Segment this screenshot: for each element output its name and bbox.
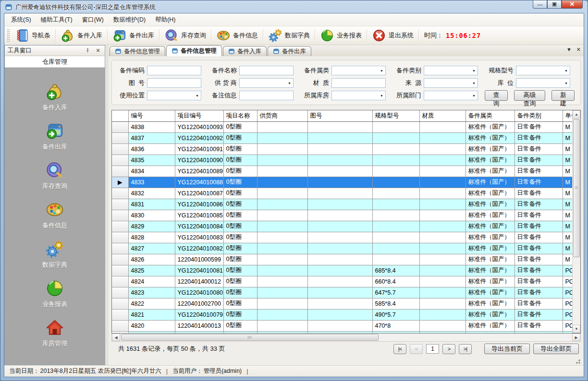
- tab-spare-in[interactable]: 备件入库: [223, 46, 267, 56]
- row-selector[interactable]: [112, 254, 128, 265]
- column-header-0[interactable]: 编号: [128, 110, 175, 121]
- table-row[interactable]: 4830YG122040100850型圈标准件（国产）日常备件M: [112, 210, 581, 221]
- toolbar-button-spare-info[interactable]: 备件信息: [213, 27, 261, 44]
- table-row[interactable]: 4821YG122040100790型圈490*5.7标准件（国产）日常备件PC: [112, 309, 581, 320]
- search-combo-r2-0[interactable]: ▼: [147, 91, 201, 100]
- column-header-1[interactable]: 项目编号: [175, 110, 223, 121]
- menu-item-0[interactable]: 系统(S): [6, 14, 36, 26]
- row-selector[interactable]: [112, 199, 128, 210]
- last-page-button[interactable]: >|: [459, 344, 472, 354]
- hscroll-thumb[interactable]: [121, 334, 379, 341]
- menu-item-3[interactable]: 数据维护(D): [109, 14, 150, 26]
- column-header-4[interactable]: 图号: [307, 110, 372, 121]
- menu-item-1[interactable]: 辅助工具(T): [36, 14, 77, 26]
- column-header-5[interactable]: 规格型号: [372, 110, 419, 121]
- row-selector[interactable]: [112, 243, 128, 254]
- toolbar-drag-handle[interactable]: [7, 29, 10, 42]
- sidebar-item-data-dictionary[interactable]: 数据字典: [42, 239, 67, 269]
- table-row[interactable]: 4828YG122040100830型圈标准件（国产）日常备件M: [112, 232, 581, 243]
- table-row[interactable]: 4825YG122040100810型圈685*8.4标准件（国产）日常备件PC: [112, 265, 581, 276]
- column-header-2[interactable]: 项目名称: [223, 110, 257, 121]
- new-button[interactable]: 新建: [551, 90, 575, 101]
- table-row[interactable]: ▶4833YG122040100880型圈标准件（国产）日常备件M: [112, 177, 581, 188]
- column-header-3[interactable]: 供货商: [257, 110, 307, 121]
- dock-close-icon[interactable]: ✕: [94, 47, 102, 55]
- row-selector[interactable]: [112, 221, 128, 232]
- dock-splitter[interactable]: [105, 45, 109, 365]
- search-input-r1-0[interactable]: [147, 78, 201, 88]
- search-combo-r0-4[interactable]: ▼: [516, 66, 570, 75]
- pin-icon[interactable]: [84, 47, 91, 55]
- search-combo-r0-2[interactable]: ▼: [331, 66, 386, 75]
- column-header-7[interactable]: 备件属类: [466, 110, 514, 121]
- table-row[interactable]: 4837YG122040100920型圈标准件（国产）日常备件M: [112, 132, 581, 143]
- export-all-pages-button[interactable]: 导出全部页: [533, 344, 579, 354]
- search-combo-r1-3[interactable]: ▼: [424, 78, 478, 88]
- sidebar-item-warehouse-mgmt[interactable]: 库房管理: [42, 318, 67, 348]
- sidebar-item-spare-in[interactable]: 备件入库: [42, 82, 67, 112]
- minimize-button[interactable]: —: [533, 0, 547, 9]
- row-selector-arrow[interactable]: ▶: [112, 177, 128, 188]
- toolbar-button-spare-in[interactable]: 备件入库: [57, 27, 106, 44]
- next-page-button[interactable]: >: [442, 344, 455, 354]
- toolbar-button-spare-out[interactable]: 备件出库: [109, 27, 158, 44]
- table-row[interactable]: 4829YG122040100840型圈标准件（国产）日常备件M: [112, 221, 581, 232]
- table-row[interactable]: 482212204010027000型圈585*8.4标准件（国产）日常备件PC: [112, 298, 581, 309]
- vertical-scrollbar[interactable]: ▲ ▼: [572, 110, 580, 333]
- sidebar-item-spare-out[interactable]: 备件出库: [42, 121, 67, 151]
- tab-spare-info-mgmt-1[interactable]: 备件信息管理: [110, 46, 165, 56]
- maximize-button[interactable]: ▣: [547, 0, 562, 9]
- table-row[interactable]: 4834YG122040100890型圈标准件（国产）日常备件M: [112, 166, 581, 177]
- sidebar-item-business-report[interactable]: 业务报表: [42, 279, 67, 309]
- search-input-r0-0[interactable]: [147, 66, 201, 75]
- search-combo-r1-1[interactable]: ▼: [239, 78, 294, 88]
- row-selector[interactable]: [112, 320, 128, 331]
- page-number-box[interactable]: 1: [426, 344, 439, 354]
- row-selector[interactable]: [112, 309, 128, 320]
- search-combo-r1-4[interactable]: ▼: [516, 78, 570, 88]
- row-selector[interactable]: [112, 287, 128, 298]
- table-row[interactable]: 482612204010005990型圈标准件（国产）日常备件M: [112, 254, 581, 265]
- prev-page-button[interactable]: <: [410, 344, 423, 354]
- menu-item-2[interactable]: 窗口(W): [77, 14, 109, 26]
- sidebar-item-spare-info[interactable]: 备件信息: [42, 200, 67, 230]
- query-button[interactable]: 查询: [485, 90, 508, 101]
- table-row[interactable]: 4836YG122040100910型圈标准件（国产）日常备件M: [112, 143, 581, 155]
- sidebar-item-inventory-query[interactable]: 库存查询: [42, 161, 67, 190]
- menu-item-4[interactable]: 帮助(H): [150, 14, 180, 26]
- column-header-6[interactable]: 材质: [419, 110, 466, 121]
- resize-grip[interactable]: [575, 358, 581, 364]
- search-combo-r2-3[interactable]: ▼: [424, 91, 478, 100]
- row-selector[interactable]: [112, 298, 128, 309]
- column-header-8[interactable]: 备件类别: [514, 110, 563, 121]
- row-selector[interactable]: [112, 188, 128, 199]
- toolbar-button-navigator[interactable]: 导航条: [12, 27, 54, 44]
- vscroll-thumb[interactable]: [573, 119, 580, 257]
- scroll-up-icon[interactable]: ▲: [573, 110, 580, 119]
- table-row[interactable]: 4835YG122040100900型圈标准件（国产）日常备件M: [112, 155, 581, 166]
- search-input-r0-1[interactable]: [239, 66, 294, 75]
- scroll-right-icon[interactable]: ▶: [572, 333, 580, 341]
- table-row[interactable]: 482012204014000130型圈470*8标准件（国产）日常备件PC: [112, 320, 581, 331]
- export-current-page-button[interactable]: 导出当前页: [484, 344, 530, 354]
- horizontal-scrollbar[interactable]: ◀ ▶: [111, 333, 581, 342]
- close-button[interactable]: ✕: [562, 0, 583, 9]
- toolbar-button-business-report[interactable]: 业务报表: [317, 27, 365, 44]
- advanced-query-button[interactable]: 高级查询: [514, 90, 546, 101]
- row-selector[interactable]: [112, 143, 128, 155]
- tab-spare-info-mgmt-2[interactable]: 备件信息管理: [166, 45, 222, 56]
- search-combo-r0-3[interactable]: ▼: [424, 66, 478, 75]
- first-page-button[interactable]: |<: [393, 344, 406, 354]
- search-input-r2-1[interactable]: [239, 91, 294, 100]
- row-selector[interactable]: [112, 265, 128, 276]
- row-selector[interactable]: [112, 132, 128, 143]
- row-selector[interactable]: [112, 166, 128, 177]
- scroll-left-icon[interactable]: ◀: [112, 333, 120, 341]
- search-combo-r2-2[interactable]: ▼: [331, 91, 386, 100]
- row-selector[interactable]: [112, 232, 128, 243]
- row-selector[interactable]: [112, 276, 128, 287]
- toolbar-button-inventory-query[interactable]: 库存查询: [161, 27, 209, 44]
- scroll-down-icon[interactable]: ▼: [573, 325, 580, 333]
- chevron-down-icon[interactable]: ▼: [566, 47, 572, 53]
- table-row[interactable]: 4838YG122040100930型圈标准件（国产）日常备件M: [112, 121, 581, 132]
